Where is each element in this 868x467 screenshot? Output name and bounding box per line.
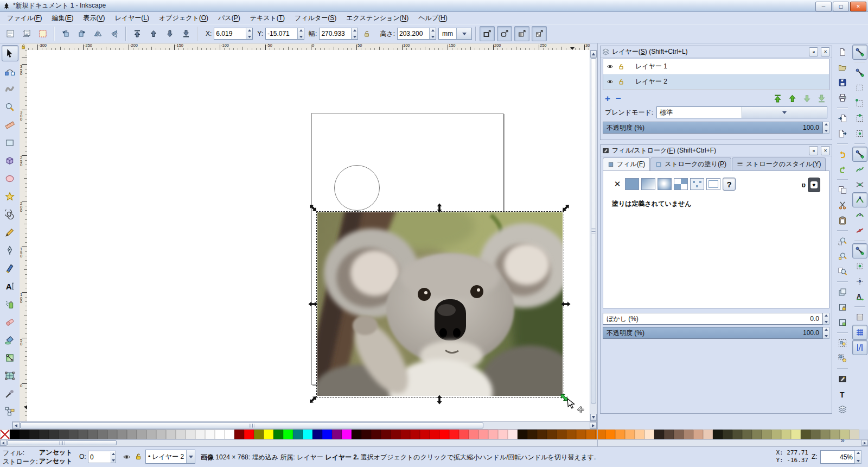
panel-collapse-button[interactable]: ◂ xyxy=(809,47,818,56)
open-document-button[interactable] xyxy=(835,60,850,75)
fill-indicator-value[interactable]: アンセット xyxy=(39,448,72,457)
palette-swatch-12[interactable] xyxy=(127,430,137,439)
flip-horizontal-button[interactable] xyxy=(91,26,106,41)
palette-swatch-19[interactable] xyxy=(195,430,205,439)
snap-nodes-button[interactable] xyxy=(852,147,867,162)
width-spinner[interactable] xyxy=(351,28,358,39)
scale-corners-toggle[interactable] xyxy=(497,26,512,41)
menu-item-9[interactable]: ヘルプ(H) xyxy=(413,12,452,24)
palette-swatch-42[interactable] xyxy=(420,430,430,439)
print-document-button[interactable] xyxy=(835,90,850,105)
palette-swatch-44[interactable] xyxy=(439,430,449,439)
add-layer-button[interactable]: + xyxy=(605,94,610,103)
palette-swatch-10[interactable] xyxy=(107,430,117,439)
palette-swatch-27[interactable] xyxy=(273,430,283,439)
rotate-cw-button[interactable] xyxy=(74,26,90,41)
paint-unknown-button[interactable]: ? xyxy=(723,178,736,191)
snap-bbox-corners-button[interactable] xyxy=(852,96,867,111)
snap-enable-button[interactable] xyxy=(852,45,867,60)
create-clone-button[interactable] xyxy=(835,300,850,315)
palette-swatch-71[interactable] xyxy=(703,430,713,439)
paint-swatch-button[interactable] xyxy=(690,178,704,190)
snap-bbox-edges-button[interactable] xyxy=(852,80,867,96)
new-document-button[interactable] xyxy=(835,45,850,60)
remove-layer-button[interactable]: − xyxy=(616,94,621,103)
width-field[interactable] xyxy=(319,28,358,40)
palette-swatch-30[interactable] xyxy=(303,430,312,439)
lower-layer[interactable] xyxy=(801,93,813,104)
selection-handle-n[interactable] xyxy=(435,203,444,213)
zoom-tool[interactable] xyxy=(2,99,18,115)
palette-swatch-36[interactable] xyxy=(361,430,371,439)
palette-swatch-16[interactable] xyxy=(166,430,176,439)
snap-path-intersections-button[interactable] xyxy=(852,177,867,192)
unit-dropdown-arrow-icon[interactable] xyxy=(456,28,471,39)
palette-swatch-75[interactable] xyxy=(742,430,752,439)
stroke-width-spinner[interactable] xyxy=(111,452,116,463)
palette-swatch-55[interactable] xyxy=(547,430,557,439)
layer-lock-icon[interactable] xyxy=(618,78,624,85)
unlink-clone-button[interactable] xyxy=(835,315,850,330)
y-field[interactable] xyxy=(265,28,304,40)
raise-button[interactable] xyxy=(146,26,161,41)
calligraphy-tool[interactable] xyxy=(2,260,18,276)
x-field[interactable] xyxy=(214,28,253,40)
palette-swatch-23[interactable] xyxy=(234,430,244,439)
selection-handle-w[interactable] xyxy=(308,299,318,309)
menu-item-7[interactable]: フィルター(S) xyxy=(290,12,341,24)
scale-gradients-toggle[interactable] xyxy=(514,26,529,41)
x-spinner[interactable] xyxy=(246,28,252,39)
snap-rotation-centers-button[interactable] xyxy=(852,274,867,289)
blend-dropdown-arrow-icon[interactable] xyxy=(742,107,827,118)
palette-scroll-left-button[interactable] xyxy=(0,440,7,446)
zoom-drawing-button[interactable] xyxy=(835,249,850,264)
zoom-page-button[interactable] xyxy=(835,264,850,279)
palette-swatch-28[interactable] xyxy=(283,430,293,439)
save-document-button[interactable] xyxy=(835,75,850,90)
palette-swatch-58[interactable] xyxy=(576,430,586,439)
zoom-spinner[interactable] xyxy=(855,450,861,464)
node-tool[interactable] xyxy=(2,63,18,79)
raise-layer-to-top[interactable] xyxy=(771,93,783,104)
menu-item-3[interactable]: レイヤー(L) xyxy=(110,12,155,24)
palette-swatch-49[interactable] xyxy=(488,430,498,439)
palette-swatch-25[interactable] xyxy=(254,430,264,439)
close-button[interactable]: ✕ xyxy=(850,2,866,11)
scroll-right-button[interactable] xyxy=(590,422,597,429)
palette-swatch-29[interactable] xyxy=(293,430,303,439)
canvas[interactable] xyxy=(27,50,590,421)
tab-stroke-style[interactable]: ストロークのスタイル(Y) xyxy=(732,157,826,171)
palette-swatch-26[interactable] xyxy=(264,430,273,439)
palette-swatch-21[interactable] xyxy=(215,430,225,439)
raise-to-top-button[interactable] xyxy=(130,26,145,41)
palette-swatch-15[interactable] xyxy=(156,430,166,439)
palette-swatch-67[interactable] xyxy=(664,430,674,439)
palette-swatch-39[interactable] xyxy=(391,430,400,439)
rotate-ccw-button[interactable] xyxy=(58,26,73,41)
scroll-down-button[interactable] xyxy=(590,414,597,421)
palette-swatch-53[interactable] xyxy=(527,430,537,439)
palette-swatch-65[interactable] xyxy=(644,430,654,439)
palette-swatch-70[interactable] xyxy=(693,430,703,439)
palette-swatch-4[interactable] xyxy=(49,430,59,439)
toolbar-overflow-button[interactable]: » xyxy=(840,436,844,446)
menu-item-8[interactable]: エクステンション(N) xyxy=(341,12,413,24)
vertical-scrollbar[interactable] xyxy=(590,50,597,421)
titlebar[interactable]: *新規ドキュメント 1 - Inkscape ─▢✕ xyxy=(0,0,868,12)
undo-button[interactable] xyxy=(835,147,850,162)
palette-none-swatch[interactable] xyxy=(0,430,10,439)
blur-spinner[interactable] xyxy=(823,313,829,325)
maximize-button[interactable]: ▢ xyxy=(833,2,849,11)
tab-stroke-paint[interactable]: ストロークの塗り(P) xyxy=(650,157,731,171)
palette-swatch-63[interactable] xyxy=(625,430,635,439)
export-image-button[interactable] xyxy=(835,126,850,141)
palette-swatch-62[interactable] xyxy=(615,430,625,439)
horizontal-scroll-thumb[interactable] xyxy=(20,422,483,428)
height-spinner[interactable] xyxy=(429,28,436,39)
palette-swatch-73[interactable] xyxy=(723,430,732,439)
palette-swatch-77[interactable] xyxy=(762,430,771,439)
palette-swatch-7[interactable] xyxy=(78,430,88,439)
scale-stroke-toggle[interactable] xyxy=(480,26,495,41)
spray-tool[interactable] xyxy=(2,296,18,312)
palette-swatch-66[interactable] xyxy=(654,430,664,439)
